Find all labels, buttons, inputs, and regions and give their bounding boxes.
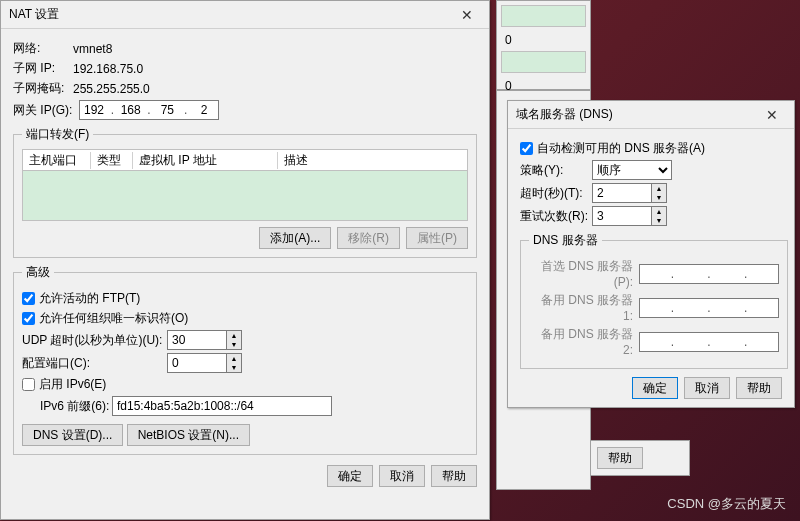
udp-spinner[interactable]: ▲▼ [167,330,242,350]
oui-checkbox[interactable] [22,312,35,325]
pf-col-desc[interactable]: 描述 [278,152,467,169]
ipv6-label: 启用 IPv6(E) [39,376,106,393]
close-icon[interactable]: ✕ [758,107,786,123]
advanced-legend: 高级 [22,264,54,281]
nat-ok-button[interactable]: 确定 [327,465,373,487]
bg-row2 [501,51,586,73]
cfgport-spinner[interactable]: ▲▼ [167,353,242,373]
gw-octet-4[interactable]: 2 [190,103,218,117]
dns-titlebar: 域名服务器 (DNS) ✕ [508,101,794,129]
ipv6-checkbox[interactable] [22,378,35,391]
dns-settings-button[interactable]: DNS 设置(D)... [22,424,123,446]
chevron-down-icon[interactable]: ▼ [227,363,241,372]
mask-label: 子网掩码: [13,80,73,97]
bg-val0: 0 [505,33,586,47]
chevron-up-icon[interactable]: ▲ [227,331,241,340]
policy-select[interactable]: 顺序 [592,160,672,180]
pf-table-body[interactable] [22,171,468,221]
timeout-label: 超时(秒)(T): [520,185,592,202]
pf-col-hostport[interactable]: 主机端口 [23,152,91,169]
bg-dialog-upper: 0 0 [496,0,591,90]
advanced-group: 高级 允许活动的 FTP(T) 允许任何组织唯一标识符(O) UDP 超时(以秒… [13,264,477,455]
gateway-label: 网关 IP(G): [13,102,79,119]
dns-title: 域名服务器 (DNS) [516,106,758,123]
policy-label: 策略(Y): [520,162,592,179]
nat-help-button[interactable]: 帮助 [431,465,477,487]
nat-titlebar: NAT 设置 ✕ [1,1,489,29]
netbios-settings-button[interactable]: NetBIOS 设置(N)... [127,424,250,446]
oui-checkbox-row[interactable]: 允许任何组织唯一标识符(O) [22,310,468,327]
nat-title: NAT 设置 [9,6,453,23]
ftp-checkbox[interactable] [22,292,35,305]
alt2-dns-label: 备用 DNS 服务器 2: [529,326,639,357]
pf-table-header: 主机端口 类型 虚拟机 IP 地址 描述 [22,149,468,171]
pf-add-button[interactable]: 添加(A)... [259,227,331,249]
alt1-dns-label: 备用 DNS 服务器 1: [529,292,639,323]
gw-octet-2[interactable]: 168 [117,103,145,117]
port-forward-group: 端口转发(F) 主机端口 类型 虚拟机 IP 地址 描述 添加(A)... 移除… [13,126,477,258]
subip-value: 192.168.75.0 [73,62,143,76]
dns-dialog: 域名服务器 (DNS) ✕ 自动检测可用的 DNS 服务器(A) 策略(Y): … [507,100,795,408]
dns-auto-row[interactable]: 自动检测可用的 DNS 服务器(A) [520,140,782,157]
watermark: CSDN @多云的夏天 [667,495,786,513]
nat-dialog: NAT 设置 ✕ 网络:vmnet8 子网 IP:192.168.75.0 子网… [0,0,490,520]
pf-prop-button: 属性(P) [406,227,468,249]
timeout-spinner[interactable]: ▲▼ [592,183,667,203]
chevron-down-icon[interactable]: ▼ [227,340,241,349]
pf-col-type[interactable]: 类型 [91,152,133,169]
nat-cancel-button[interactable]: 取消 [379,465,425,487]
bg-dialog-help: 帮助 [590,440,690,476]
ftp-checkbox-row[interactable]: 允许活动的 FTP(T) [22,290,468,307]
pref-dns-label: 首选 DNS 服务器(P): [529,258,639,289]
ipv6pre-input[interactable] [112,396,332,416]
dns-auto-label: 自动检测可用的 DNS 服务器(A) [537,140,705,157]
alt2-dns-field[interactable]: ... [639,332,779,352]
retry-input[interactable] [592,206,652,226]
alt1-dns-field[interactable]: ... [639,298,779,318]
chevron-up-icon[interactable]: ▲ [227,354,241,363]
ftp-label: 允许活动的 FTP(T) [39,290,140,307]
net-label: 网络: [13,40,73,57]
retry-spinner[interactable]: ▲▼ [592,206,667,226]
port-forward-legend: 端口转发(F) [22,126,93,143]
dns-servers-group: DNS 服务器 首选 DNS 服务器(P): ... 备用 DNS 服务器 1:… [520,232,788,369]
subip-label: 子网 IP: [13,60,73,77]
pf-remove-button: 移除(R) [337,227,400,249]
retry-label: 重试次数(R): [520,208,592,225]
chevron-down-icon[interactable]: ▼ [652,216,666,225]
gw-octet-3[interactable]: 75 [153,103,181,117]
oui-label: 允许任何组织唯一标识符(O) [39,310,188,327]
mask-value: 255.255.255.0 [73,82,150,96]
chevron-down-icon[interactable]: ▼ [652,193,666,202]
gateway-ip-field[interactable]: 192. 168. 75. 2 [79,100,219,120]
pref-dns-field[interactable]: ... [639,264,779,284]
dns-help-button[interactable]: 帮助 [736,377,782,399]
dns-ok-button[interactable]: 确定 [632,377,678,399]
udp-input[interactable] [167,330,227,350]
timeout-input[interactable] [592,183,652,203]
ipv6-checkbox-row[interactable]: 启用 IPv6(E) [22,376,468,393]
chevron-up-icon[interactable]: ▲ [652,207,666,216]
bg-help-button[interactable]: 帮助 [597,447,643,469]
dns-servers-legend: DNS 服务器 [529,232,602,249]
net-value: vmnet8 [73,42,112,56]
gw-octet-1[interactable]: 192 [80,103,108,117]
pf-col-vmip[interactable]: 虚拟机 IP 地址 [133,152,278,169]
close-icon[interactable]: ✕ [453,7,481,23]
dns-cancel-button[interactable]: 取消 [684,377,730,399]
chevron-up-icon[interactable]: ▲ [652,184,666,193]
ipv6pre-label: IPv6 前缀(6): [22,398,112,415]
dns-auto-checkbox[interactable] [520,142,533,155]
cfgport-label: 配置端口(C): [22,355,167,372]
bg-row1 [501,5,586,27]
cfgport-input[interactable] [167,353,227,373]
udp-label: UDP 超时(以秒为单位)(U): [22,332,167,349]
